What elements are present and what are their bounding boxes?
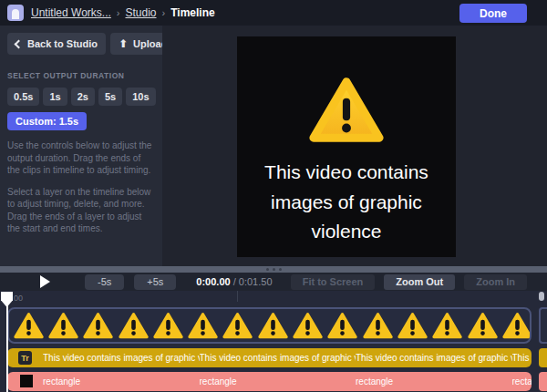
top-bar: Untitled Works... › Studio › Timeline Do… bbox=[0, 0, 547, 26]
fit-to-screen-button[interactable]: Fit to Screen bbox=[291, 274, 376, 290]
video-thumbnail bbox=[430, 312, 465, 339]
video-thumbnail bbox=[395, 312, 429, 339]
breadcrumb-separator: › bbox=[117, 7, 120, 18]
timeline-scrollbar-thumb[interactable] bbox=[539, 292, 544, 301]
warning-triangle-thumb-icon bbox=[293, 312, 323, 339]
warning-triangle-thumb-icon bbox=[502, 312, 532, 339]
rectangle-shape-icon bbox=[20, 375, 33, 387]
warning-triangle-thumb-icon bbox=[258, 312, 288, 339]
video-thumbnail bbox=[290, 312, 325, 339]
shape-layer-label: rectangle bbox=[200, 372, 356, 391]
play-button[interactable] bbox=[40, 275, 50, 288]
video-thumbnail bbox=[465, 312, 500, 339]
warning-triangle-thumb-icon bbox=[222, 312, 253, 339]
playhead-marker[interactable] bbox=[1, 292, 13, 307]
video-thumbnail bbox=[116, 312, 150, 339]
breadcrumb-separator: › bbox=[162, 7, 166, 18]
playhead-line bbox=[6, 304, 8, 392]
duration-1s-button[interactable]: 1s bbox=[43, 88, 67, 106]
warning-triangle-thumb-icon bbox=[468, 312, 498, 339]
video-thumbnail bbox=[185, 312, 220, 339]
warning-triangle-thumb-icon bbox=[14, 312, 44, 339]
next-scene-shape-sliver[interactable] bbox=[539, 372, 547, 391]
ruler-start-label: 00 bbox=[14, 294, 23, 303]
warning-triangle-thumb-icon bbox=[432, 312, 462, 339]
next-scene-text-sliver[interactable] bbox=[539, 348, 547, 367]
video-thumbnail bbox=[81, 312, 116, 339]
next-scene-video-sliver[interactable] bbox=[539, 307, 547, 344]
sidebar: Back to Studio ⬆ Upload SELECT OUTPUT DU… bbox=[0, 26, 162, 266]
current-time: 0:00.00 bbox=[196, 276, 230, 287]
warning-triangle-thumb-icon bbox=[48, 312, 78, 339]
drag-handle-dot bbox=[273, 268, 275, 271]
panel-resize-handle[interactable] bbox=[0, 266, 547, 273]
video-thumbnail bbox=[360, 312, 395, 339]
skip-forward-5s-button[interactable]: +5s bbox=[134, 274, 176, 290]
app-logo-icon[interactable] bbox=[7, 5, 24, 21]
warning-triangle-thumb-icon bbox=[153, 312, 183, 339]
warning-triangle-thumb-icon bbox=[188, 312, 218, 339]
video-thumbnail bbox=[150, 312, 185, 339]
video-layer-track[interactable] bbox=[7, 307, 532, 344]
video-thumbnail bbox=[221, 312, 255, 339]
back-to-studio-button[interactable]: Back to Studio bbox=[7, 33, 106, 55]
app-window: Untitled Works... › Studio › Timeline Do… bbox=[0, 0, 547, 392]
logo-arch bbox=[12, 9, 19, 19]
duration-5s-button[interactable]: 5s bbox=[98, 88, 122, 106]
custom-duration-button[interactable]: Custom: 1.5s bbox=[7, 112, 87, 130]
warning-triangle-thumb-icon bbox=[397, 312, 428, 339]
video-preview-frame[interactable]: This video contains images of graphic vi… bbox=[237, 36, 456, 257]
breadcrumb: Untitled Works... › Studio › Timeline bbox=[31, 6, 215, 19]
video-thumbnail bbox=[325, 312, 360, 339]
video-thumbnail bbox=[46, 312, 80, 339]
zoom-in-button[interactable]: Zoom In bbox=[464, 274, 527, 290]
zoom-out-button[interactable]: Zoom Out bbox=[384, 274, 455, 290]
chevron-left-icon bbox=[15, 39, 24, 48]
duration-heading: SELECT OUTPUT DURATION bbox=[7, 71, 155, 80]
done-button[interactable]: Done bbox=[459, 4, 527, 23]
skip-back-5s-button[interactable]: -5s bbox=[85, 274, 124, 290]
warning-triangle-thumb-icon bbox=[327, 312, 357, 339]
shape-layer-label: rectangle bbox=[356, 372, 512, 391]
duration-2s-button[interactable]: 2s bbox=[71, 88, 95, 106]
shape-layer-track[interactable]: rectangle rectanglerectanglerectangle bbox=[7, 372, 532, 391]
help-paragraph-2: Select a layer on the timeline below to … bbox=[7, 186, 153, 235]
back-to-studio-label: Back to Studio bbox=[27, 38, 98, 49]
timeline-panel: 00 bbox=[0, 291, 547, 392]
duration-0.5s-button[interactable]: 0.5s bbox=[7, 88, 39, 106]
upload-icon: ⬆ bbox=[119, 38, 128, 49]
video-thumbnail bbox=[11, 312, 46, 339]
duration-10s-button[interactable]: 10s bbox=[126, 88, 155, 106]
video-thumbnail bbox=[255, 312, 290, 339]
shape-layer-label: rectangle bbox=[512, 372, 532, 391]
text-layer-label: This video contains images of graphic vi… bbox=[356, 348, 512, 367]
drag-handle-dot bbox=[279, 268, 282, 271]
warning-triangle-thumb-icon bbox=[119, 312, 149, 339]
breadcrumb-project[interactable]: Untitled Works... bbox=[31, 6, 111, 19]
time-display: 0:00.00 / 0:01.50 bbox=[196, 276, 272, 287]
playback-bar: -5s +5s 0:00.00 / 0:01.50 Fit to Screen … bbox=[0, 273, 547, 291]
warning-triangle-thumb-icon bbox=[363, 312, 393, 339]
help-paragraph-1: Use the controls below to adjust the out… bbox=[7, 139, 153, 177]
warning-triangle-icon bbox=[309, 76, 384, 143]
text-layer-label: This video contains images of graphic vi… bbox=[512, 348, 532, 367]
video-thumbnail bbox=[500, 312, 532, 339]
text-layer-label: This video contains images of graphic vi… bbox=[43, 348, 200, 367]
ruler-tick bbox=[237, 291, 238, 302]
duration-options: 0.5s 1s 2s 5s 10s bbox=[7, 88, 155, 106]
text-layer-icon: Tr bbox=[18, 351, 32, 365]
warning-triangle-thumb-icon bbox=[83, 312, 113, 339]
total-time: / 0:01.50 bbox=[233, 276, 273, 287]
warning-caption: This video contains images of graphic vi… bbox=[250, 158, 443, 247]
preview-area: This video contains images of graphic vi… bbox=[162, 26, 547, 266]
drag-handle-dot bbox=[266, 268, 269, 271]
breadcrumb-studio[interactable]: Studio bbox=[125, 6, 156, 19]
breadcrumb-timeline: Timeline bbox=[170, 6, 214, 19]
text-layer-track[interactable]: Tr This video contains images of graphic… bbox=[7, 348, 532, 367]
text-layer-label: This video contains images of graphic vi… bbox=[200, 348, 356, 367]
shape-layer-label: rectangle bbox=[43, 372, 200, 391]
